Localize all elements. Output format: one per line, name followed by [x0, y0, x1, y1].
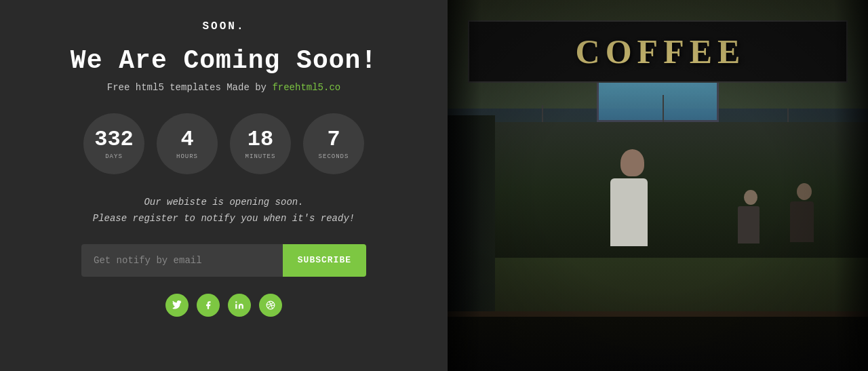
- countdown-days: 332 DAYS: [83, 113, 144, 174]
- coffee-scene: C O F F E E: [448, 0, 868, 371]
- subtitle: Free html5 templates Made by freehtml5.c…: [107, 82, 340, 93]
- hours-value: 4: [180, 128, 193, 151]
- minutes-value: 18: [248, 128, 273, 151]
- coffee-letter-f2: F: [663, 32, 684, 71]
- minutes-label: MINUTES: [245, 153, 276, 160]
- description-line1: Our webiste is opening soon.: [144, 197, 303, 208]
- twitter-icon[interactable]: [165, 294, 189, 317]
- coffee-letter-o: O: [606, 32, 632, 71]
- coffee-letter-c: C: [576, 32, 600, 71]
- floor: [448, 317, 868, 371]
- bg-figure-1: [794, 183, 814, 242]
- days-label: DAYS: [105, 153, 123, 160]
- person-body: [610, 178, 648, 246]
- seconds-label: SECONDS: [319, 153, 349, 160]
- coffee-letter-e2: E: [717, 32, 740, 71]
- description-line2: Please register to notify you when it's …: [93, 213, 355, 224]
- countdown-hours: 4 HOURS: [157, 113, 218, 174]
- right-edge: [834, 0, 868, 371]
- coffee-sign: C O F F E E: [468, 20, 848, 83]
- seconds-value: 7: [327, 128, 340, 151]
- page-title: We Are Coming Soon!: [71, 46, 377, 75]
- person-head: [620, 149, 644, 176]
- bg-figure-2-body: [738, 206, 760, 243]
- svg-point-0: [235, 301, 237, 302]
- logo: SOON.: [202, 20, 245, 33]
- coffee-letter-f1: F: [637, 32, 658, 71]
- description: Our webiste is opening soon. Please regi…: [93, 195, 355, 227]
- social-icons: [165, 294, 282, 317]
- linkedin-icon[interactable]: [228, 294, 251, 317]
- bg-figure-1-body: [790, 201, 814, 242]
- subtitle-text: Free html5 templates Made by: [107, 82, 273, 93]
- person-main: [617, 149, 648, 246]
- bg-figure-2: [742, 190, 760, 243]
- email-form: SUBSCRIBE: [81, 244, 366, 277]
- days-value: 332: [94, 128, 134, 151]
- countdown-minutes: 18 MINUTES: [230, 113, 291, 174]
- left-edge: [448, 0, 481, 371]
- subtitle-link[interactable]: freehtml5.co: [272, 82, 340, 93]
- email-input[interactable]: [81, 244, 283, 277]
- bg-figure-1-head: [797, 183, 812, 200]
- counter-top: [448, 311, 868, 317]
- left-panel: SOON. We Are Coming Soon! Free html5 tem…: [0, 0, 448, 371]
- countdown: 332 DAYS 4 HOURS 18 MINUTES 7 SECONDS: [83, 113, 364, 174]
- subscribe-button[interactable]: SUBSCRIBE: [283, 244, 366, 277]
- coffee-letter-e1: E: [690, 32, 712, 71]
- facebook-icon[interactable]: [197, 294, 220, 317]
- hours-label: HOURS: [176, 153, 198, 160]
- dribbble-icon[interactable]: [259, 294, 282, 317]
- bg-figure-2-head: [744, 190, 757, 205]
- countdown-seconds: 7 SECONDS: [303, 113, 364, 174]
- right-panel: C O F F E E: [448, 0, 868, 371]
